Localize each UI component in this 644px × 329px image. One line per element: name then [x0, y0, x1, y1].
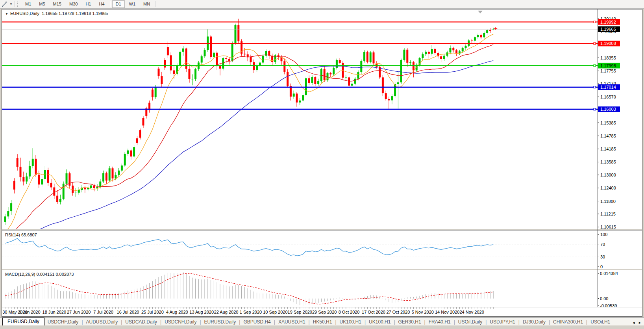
chart-tab-13[interactable]: USOil,Daily: [455, 318, 485, 326]
timeframe-button-mn[interactable]: MN: [140, 0, 154, 8]
chart-canvas[interactable]: 0.0143840.00-0.0053930 May 20209 Jun 202…: [2, 9, 642, 316]
date-tick-label: 5 Nov 2020: [412, 310, 434, 314]
date-tick-label: 13 Aug 2020: [189, 310, 214, 314]
price-badge-1.17998: 1.17998: [598, 63, 620, 69]
timeframe-button-m5[interactable]: M5: [35, 0, 48, 8]
chart-tab-15[interactable]: DJ30,Daily: [520, 318, 549, 326]
date-tick-label: 17 Oct 2020: [362, 310, 385, 314]
date-tick-label: 29 Sep 2020: [312, 310, 337, 314]
toolbar-grip-handle[interactable]: [17, 2, 20, 7]
date-tick-label: 22 Aug 2020: [214, 310, 239, 314]
hline-handle[interactable]: [594, 43, 596, 45]
chart-tab-7[interactable]: XAUUSD,H1: [275, 318, 309, 326]
price-badge-1.19665: 1.19665: [598, 26, 620, 32]
date-tick-label: 10 Sep 2020: [263, 310, 287, 314]
rsi-indicator-label: RSI(14) 65.6807: [5, 232, 37, 237]
date-tick-label: 7 Jul 2020: [93, 310, 113, 314]
price-badge-1.16003: 1.16003: [598, 106, 620, 112]
timeframe-button-m1[interactable]: M1: [22, 0, 35, 8]
chart-tab-8[interactable]: HK50,H1: [310, 318, 335, 326]
tab-scroll-right-icon[interactable]: ►: [638, 321, 642, 325]
status-strip: [0, 325, 644, 329]
date-tick-label: 14 Nov 2020: [435, 310, 459, 314]
macd-indicator-label: MACD(12,26,9) 0.004151 0.002873: [5, 272, 74, 277]
line-study-tool-icon[interactable]: [0, 1, 9, 7]
chart-shift-marker-icon[interactable]: [478, 11, 483, 13]
timeframe-button-h1[interactable]: H1: [82, 0, 94, 8]
chart-tab-16[interactable]: CHINA300,H1: [550, 318, 586, 326]
price-tick-label: 1.13585: [600, 160, 616, 164]
date-tick-label: 18 Jun 2020: [43, 310, 67, 314]
chart-tab-9[interactable]: UK100,H1: [337, 318, 365, 326]
chart-tab-3[interactable]: USDCAD,Daily: [122, 318, 160, 326]
rsi-tick-label: 30: [600, 255, 605, 259]
hline-handle[interactable]: [594, 21, 596, 23]
price-tick-label: 1.15385: [600, 121, 616, 125]
rsi-tick-label: 100: [600, 232, 607, 237]
hline-handle[interactable]: [594, 108, 596, 110]
date-tick-label: 27 Oct 2020: [386, 310, 410, 314]
rsi-tick-label: 0: [600, 264, 603, 269]
date-tick-label: 25 Jul 2020: [141, 310, 164, 314]
date-tick-label: 16 Jul 2020: [117, 310, 139, 314]
chart-tab-5[interactable]: EURUSD,Daily: [201, 318, 239, 326]
timeframe-button-w1[interactable]: W1: [126, 0, 139, 8]
hline-handle[interactable]: [594, 86, 596, 88]
toolbar-separator: [110, 1, 111, 7]
ma-55-line: [5, 61, 493, 247]
price-axis: 1.201401.195551.189551.183551.177551.171…: [598, 9, 616, 307]
timeframe-toolbar: ▼ M1M5M15M30H1H4D1W1MN: [0, 0, 644, 9]
last-price-marker-icon: [494, 27, 497, 30]
timeframe-button-m15[interactable]: M15: [50, 0, 65, 8]
chart-tab-14[interactable]: USDJPY,H1: [487, 318, 518, 326]
svg-text:1.16003: 1.16003: [600, 107, 616, 112]
timeframe-button-h4[interactable]: H4: [95, 0, 108, 8]
chart-tab-6[interactable]: GBPUSD,H4: [240, 318, 274, 326]
date-tick-label: 27 Jun 2020: [67, 310, 91, 314]
rsi-name: RSI(14): [5, 232, 20, 237]
chart-symbol-label: EURUSD,Daily: [10, 11, 39, 16]
chart-tab-11[interactable]: GER30,H1: [395, 318, 424, 326]
main-plot-layer: [4, 19, 494, 247]
svg-text:1.17014: 1.17014: [600, 85, 616, 89]
chart-tab-0[interactable]: EURUSD,Daily: [2, 318, 44, 326]
timeframe-button-m30[interactable]: M30: [66, 0, 81, 8]
price-tick-label: 1.14185: [600, 147, 616, 151]
price-badge-1.19008: 1.19008: [598, 41, 620, 46]
toolbar-separator: [155, 1, 156, 7]
collapse-triangle-icon[interactable]: ▼: [5, 12, 8, 16]
ma-21-line: [5, 45, 493, 237]
hline-handle[interactable]: [594, 65, 596, 67]
time-axis: 30 May 20209 Jun 202018 Jun 202027 Jun 2…: [2, 307, 493, 314]
tab-scroll-left-icon[interactable]: ◄: [632, 321, 635, 325]
chart-tab-17[interactable]: USOil,H1: [587, 318, 613, 326]
date-tick-label: 24 Nov 2020: [459, 310, 484, 314]
price-badge-1.17014: 1.17014: [598, 84, 620, 90]
macd-name: MACD(12,26,9): [5, 272, 35, 277]
chart-tab-1[interactable]: USDCHF,Daily: [44, 318, 82, 326]
chart-tab-2[interactable]: AUDUSD,Daily: [83, 318, 121, 326]
svg-text:0.00: 0.00: [600, 296, 608, 301]
chart-tab-bar: EURUSD,DailyUSDCHF,Daily|AUDUSD,Daily|US…: [0, 317, 644, 326]
chart-tab-12[interactable]: FRA40,H1: [426, 318, 454, 326]
dropdown-arrow-icon[interactable]: ▼: [9, 2, 13, 6]
svg-text:1.19008: 1.19008: [600, 41, 616, 46]
svg-text:1.19665: 1.19665: [600, 27, 616, 32]
price-tick-label: 1.11215: [600, 212, 616, 216]
svg-text:1.19992: 1.19992: [600, 20, 616, 24]
toolbar-separator: [15, 1, 15, 7]
svg-text:1.17998: 1.17998: [600, 63, 616, 68]
price-tick-label: 1.16570: [600, 95, 616, 99]
rsi-tick-label: 70: [600, 242, 605, 247]
horizontal-lines-layer: [2, 21, 598, 110]
chart-title: ▼EURUSD,Daily 1.19655 1.19728 1.19618 1.…: [5, 11, 108, 16]
price-tick-label: 1.10615: [600, 225, 616, 229]
svg-text:-0.00539: -0.00539: [600, 303, 617, 308]
chart-tab-10[interactable]: UK100,H1: [366, 318, 394, 326]
date-tick-label: 4 Aug 2020: [166, 310, 188, 314]
timeframe-button-d1[interactable]: D1: [112, 0, 125, 8]
date-tick-label: 1 Sep 2020: [240, 310, 262, 314]
chart-tab-4[interactable]: USDCNH,Daily: [161, 318, 200, 326]
date-tick-label: 8 Oct 2020: [339, 310, 360, 314]
price-tick-label: 1.18355: [600, 56, 616, 60]
